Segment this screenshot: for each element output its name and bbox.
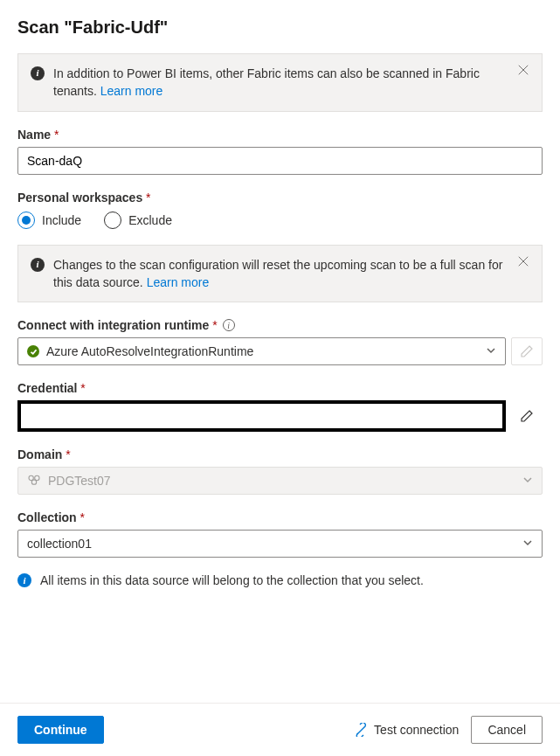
collection-field-group: Collection collection01: [17, 510, 543, 558]
credential-select[interactable]: [17, 400, 506, 432]
radio-exclude-label: Exclude: [128, 213, 172, 227]
footer-bar: Continue Test connection Cancel: [0, 703, 560, 756]
svg-point-6: [31, 480, 36, 484]
continue-button[interactable]: Continue: [17, 716, 104, 744]
runtime-select[interactable]: Azure AutoResolveIntegrationRuntime: [17, 337, 506, 365]
test-connection-label: Test connection: [374, 723, 459, 737]
chevron-down-icon: [522, 537, 533, 551]
cancel-button[interactable]: Cancel: [471, 716, 543, 744]
fabric-items-banner: i In addition to Power BI items, other F…: [17, 53, 543, 112]
name-input[interactable]: [17, 147, 543, 175]
domain-field-group: Domain PDGTest07: [17, 447, 543, 495]
reset-scan-banner: i Changes to the scan configuration will…: [17, 245, 543, 303]
credential-field-group: Credential: [17, 381, 543, 432]
domain-label: Domain: [17, 447, 543, 461]
info-icon: i: [31, 258, 45, 272]
personal-workspaces-group: Personal workspaces Include Exclude: [17, 191, 543, 229]
close-icon[interactable]: [517, 63, 533, 79]
radio-icon: [17, 212, 35, 229]
info-icon: i: [31, 66, 45, 80]
credential-edit-button[interactable]: [511, 400, 543, 432]
personal-workspaces-label: Personal workspaces: [17, 191, 543, 205]
name-field-group: Name: [17, 128, 543, 175]
runtime-edit-button: [511, 337, 543, 365]
chevron-down-icon: [486, 344, 496, 358]
collection-note: i All items in this data source will bel…: [17, 573, 543, 587]
runtime-label: Connect with integration runtime: [17, 318, 218, 332]
checkmark-icon: [27, 345, 39, 357]
name-label: Name: [17, 128, 543, 142]
domain-icon: [27, 473, 41, 489]
chevron-down-icon: [522, 474, 533, 488]
info-icon: i: [17, 573, 31, 587]
collection-select[interactable]: collection01: [17, 530, 543, 558]
close-icon[interactable]: [517, 254, 533, 270]
info-tooltip-icon[interactable]: i: [223, 319, 235, 331]
collection-value: collection01: [27, 537, 92, 551]
radio-exclude[interactable]: Exclude: [104, 212, 172, 229]
runtime-value: Azure AutoResolveIntegrationRuntime: [46, 344, 253, 358]
domain-select: PDGTest07: [17, 467, 543, 495]
test-connection-button[interactable]: Test connection: [355, 723, 459, 737]
banner2-learn-more-link[interactable]: Learn more: [147, 275, 210, 289]
runtime-field-group: Connect with integration runtime i Azure…: [17, 318, 543, 365]
radio-icon: [104, 212, 121, 229]
domain-value: PDGTest07: [48, 474, 111, 488]
radio-include-label: Include: [42, 213, 81, 227]
collection-label: Collection: [17, 510, 543, 524]
page-title: Scan "Fabric-Udf": [17, 17, 543, 38]
radio-include[interactable]: Include: [17, 212, 81, 229]
banner-learn-more-link[interactable]: Learn more: [100, 84, 163, 98]
banner2-text: Changes to the scan configuration will r…: [53, 258, 502, 289]
credential-label: Credential: [17, 381, 543, 395]
collection-note-text: All items in this data source will belon…: [40, 573, 424, 587]
